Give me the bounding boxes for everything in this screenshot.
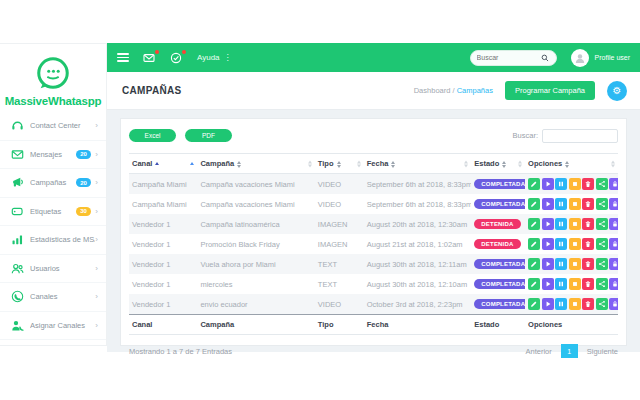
cell-fecha: August 30th at 2018, 12:10am <box>364 274 472 294</box>
table-row: Vendedor 1 envio ecuador VIDEO October 3… <box>129 294 618 315</box>
play-button[interactable] <box>542 198 554 210</box>
pause-button[interactable] <box>555 198 567 210</box>
footer-column-5: Opciones <box>525 315 618 335</box>
trash-button[interactable] <box>582 258 594 270</box>
edit-button[interactable] <box>528 298 540 310</box>
sidebar-item-etiquetas[interactable]: Etiquetas 30 › <box>0 198 106 227</box>
tasks-icon[interactable] <box>170 52 184 64</box>
pause-button[interactable] <box>555 178 567 190</box>
stop-button[interactable] <box>569 178 581 190</box>
share-button[interactable] <box>596 258 608 270</box>
pdf-export-button[interactable]: PDF <box>185 129 232 142</box>
stop-button[interactable] <box>569 238 581 250</box>
trash-button[interactable] <box>582 238 594 250</box>
lock-button[interactable] <box>609 298 618 310</box>
trash-button[interactable] <box>582 218 594 230</box>
cell-campana: Campaña vacaciones Miami <box>197 174 314 195</box>
trash-button[interactable] <box>582 278 594 290</box>
table-search-input[interactable] <box>542 129 618 143</box>
envelope-icon <box>11 148 24 161</box>
breadcrumb-dashboard[interactable]: Dashboard <box>414 86 451 95</box>
stop-button[interactable] <box>569 258 581 270</box>
table-row: Vendedor 1 Promoción Black Friday IMAGEN… <box>129 234 618 254</box>
sidebar-item-usuarios[interactable]: Usuarios › <box>0 255 106 284</box>
edit-button[interactable] <box>528 238 540 250</box>
pagination-next[interactable]: Siguiente <box>587 347 618 356</box>
profile-label[interactable]: Profile user <box>595 54 630 61</box>
trash-button[interactable] <box>582 178 594 190</box>
play-button[interactable] <box>542 258 554 270</box>
pagination-previous[interactable]: Anterior <box>525 347 551 356</box>
edit-button[interactable] <box>528 258 540 270</box>
avatar[interactable] <box>571 49 589 67</box>
sidebar-item-label: Canales <box>30 292 95 301</box>
sidebar-item-contact[interactable]: Contact Center › <box>0 112 106 141</box>
trash-button[interactable] <box>582 198 594 210</box>
stop-button[interactable] <box>569 278 581 290</box>
lock-button[interactable] <box>609 258 618 270</box>
share-button[interactable] <box>596 298 608 310</box>
cell-campana: Campaña latinoamérica <box>197 214 314 234</box>
help-link[interactable]: Ayuda <box>197 53 220 62</box>
pause-button[interactable] <box>555 298 567 310</box>
sidebar-item-campanas[interactable]: Campañas 20 › <box>0 169 106 198</box>
play-button[interactable] <box>542 238 554 250</box>
stop-button[interactable] <box>569 218 581 230</box>
row-options <box>528 218 615 230</box>
lock-button[interactable] <box>609 178 618 190</box>
page-header: CAMPAÑAS Dashboard / Campañas Programar … <box>107 72 640 110</box>
column-header-3[interactable]: Fecha <box>364 154 472 174</box>
trash-button[interactable] <box>582 298 594 310</box>
edit-button[interactable] <box>528 178 540 190</box>
topbar-search-input[interactable] <box>477 54 541 61</box>
sidebar-item-asignar[interactable]: Asignar Canales › <box>0 312 106 341</box>
share-button[interactable] <box>596 198 608 210</box>
megaphone-icon <box>11 176 24 189</box>
cell-fecha: September 6th at 2018, 8:33pm <box>364 194 472 214</box>
cell-tipo: VIDEO <box>315 194 364 214</box>
edit-button[interactable] <box>528 218 540 230</box>
excel-export-button[interactable]: Excel <box>129 129 176 142</box>
schedule-campaign-button[interactable]: Programar Campaña <box>505 81 595 100</box>
play-button[interactable] <box>542 278 554 290</box>
column-header-1[interactable]: Campaña <box>197 154 314 174</box>
pause-button[interactable] <box>555 238 567 250</box>
edit-button[interactable] <box>528 278 540 290</box>
menu-toggle-button[interactable] <box>117 53 129 62</box>
share-button[interactable] <box>596 238 608 250</box>
messages-icon[interactable] <box>143 52 157 64</box>
share-button[interactable] <box>596 178 608 190</box>
pause-button[interactable] <box>555 258 567 270</box>
status-badge: COMPLETADA <box>474 299 525 309</box>
table-header-row: CanalCampañaTipoFechaEstadoOpciones <box>129 154 618 174</box>
sidebar-item-estadisticas[interactable]: Estadísticas de MSJ › <box>0 226 106 255</box>
stop-button[interactable] <box>569 198 581 210</box>
lock-button[interactable] <box>609 218 618 230</box>
column-header-0[interactable]: Canal <box>129 154 197 174</box>
kebab-menu-icon[interactable]: ⋮ <box>224 53 232 62</box>
lock-button[interactable] <box>609 278 618 290</box>
campaigns-card: Excel PDF Buscar: CanalCampañaTipoFechaE… <box>120 118 627 346</box>
sidebar-item-canales[interactable]: Canales › <box>0 283 106 312</box>
cell-campana: envio ecuador <box>197 294 314 315</box>
edit-button[interactable] <box>528 198 540 210</box>
stop-button[interactable] <box>569 298 581 310</box>
breadcrumb-campanas[interactable]: Campañas <box>457 86 493 95</box>
settings-gear-icon[interactable]: ⚙ <box>607 81 627 101</box>
pause-button[interactable] <box>555 278 567 290</box>
sidebar-item-label: Etiquetas <box>30 207 76 216</box>
column-header-4[interactable]: Estado <box>471 154 525 174</box>
lock-button[interactable] <box>609 238 618 250</box>
share-button[interactable] <box>596 218 608 230</box>
share-button[interactable] <box>596 278 608 290</box>
column-header-2[interactable]: Tipo <box>315 154 364 174</box>
page-title: CAMPAÑAS <box>122 85 181 96</box>
pause-button[interactable] <box>555 218 567 230</box>
play-button[interactable] <box>542 218 554 230</box>
pagination-page-1[interactable]: 1 <box>561 344 578 358</box>
lock-button[interactable] <box>609 198 618 210</box>
sidebar-item-mensajes[interactable]: Mensajes 20 › <box>0 141 106 170</box>
play-button[interactable] <box>542 298 554 310</box>
play-button[interactable] <box>542 178 554 190</box>
column-header-5[interactable]: Opciones <box>525 154 618 174</box>
